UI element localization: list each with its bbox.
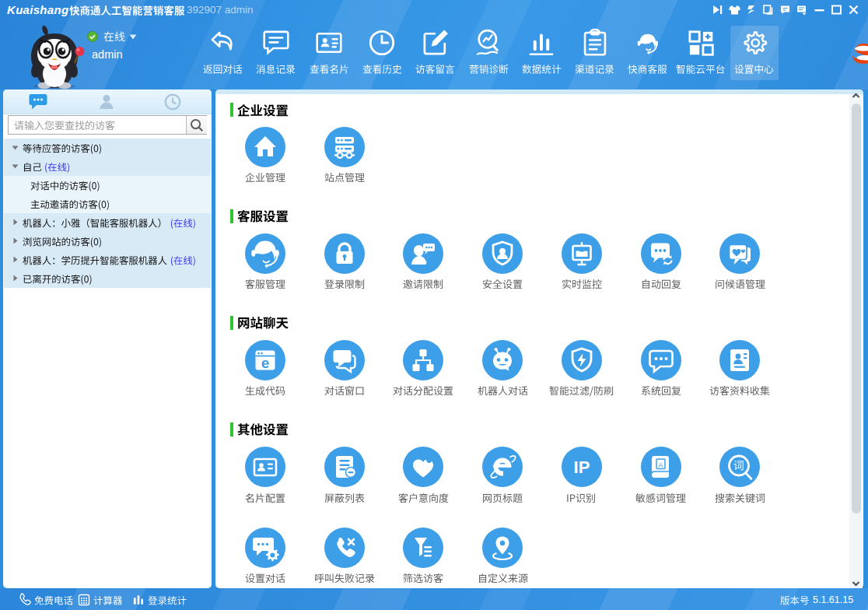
svg-text:A: A bbox=[658, 461, 663, 469]
svg-text:e: e bbox=[261, 355, 270, 371]
svg-text:IP: IP bbox=[573, 457, 590, 477]
